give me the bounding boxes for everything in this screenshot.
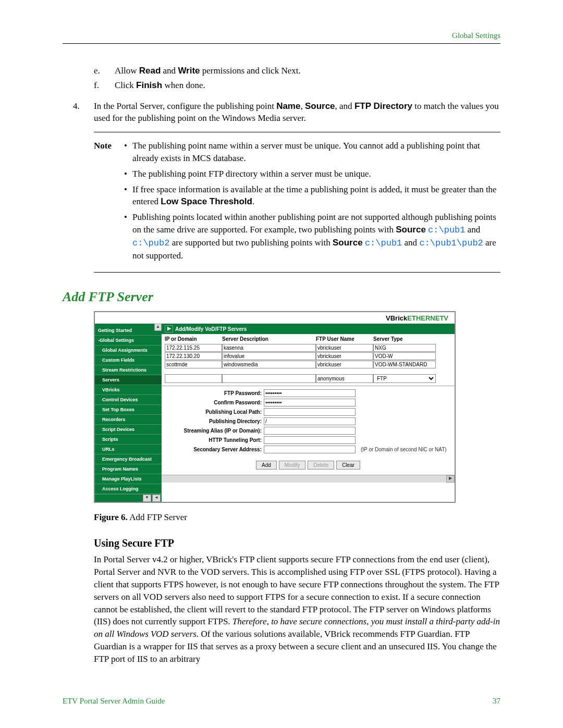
note-item-4: Publishing points located within another… <box>122 211 500 262</box>
panel-title: Add/Modify VoD/FTP Servers <box>175 326 247 332</box>
note-block: Note The publishing point name within a … <box>94 140 500 265</box>
table-headers: IP or Domain Server Description FTP User… <box>162 334 455 344</box>
user-field[interactable] <box>316 344 373 352</box>
sidebar-item-recorders[interactable]: Recorders <box>95 415 162 425</box>
step-f: f. Click Finish when done. <box>94 79 500 92</box>
col-desc: Server Description <box>222 336 316 342</box>
note-label: Note <box>94 140 122 265</box>
publishing-local-path-field[interactable] <box>264 408 356 416</box>
confirm-password-label: Confirm Password: <box>168 400 262 405</box>
footer-page-number: 37 <box>493 697 500 706</box>
page-footer: ETV Portal Server Admin Guide 37 <box>63 697 500 706</box>
col-type: Server Type <box>373 336 436 342</box>
footer-doc-title: ETV Portal Server Admin Guide <box>63 697 165 706</box>
sidebar-item-set-top-boxes[interactable]: Set Top Boxes <box>95 405 162 415</box>
figure-caption: Figure 6. Add FTP Server <box>94 512 500 523</box>
publishing-directory-field[interactable] <box>264 417 356 425</box>
sidebar-item-scripts[interactable]: Scripts <box>95 435 162 445</box>
user-field[interactable] <box>316 352 373 360</box>
sub-step-list: e. Allow Read and Write permissions and … <box>94 65 500 92</box>
type-field[interactable] <box>373 344 436 352</box>
modify-button[interactable]: Modify <box>279 461 305 470</box>
body-paragraph: In Portal Server v4.2 or higher, VBrick'… <box>94 553 500 665</box>
horizontal-scrollbar[interactable]: ▶ <box>162 475 455 483</box>
desc-field[interactable] <box>222 361 316 368</box>
desc-field[interactable] <box>222 344 316 352</box>
sidebar: ▲ Getting Started -Global Settings Globa… <box>95 324 162 502</box>
form-section: FTP Password: Confirm Password: Publishi… <box>162 386 455 455</box>
scroll-right-icon[interactable]: ▶ <box>446 475 455 483</box>
streaming-alias-label: Streaming Alias (IP or Domain): <box>168 428 262 434</box>
arrow-right-icon[interactable]: ▶ <box>165 325 173 332</box>
ip-field[interactable] <box>165 352 222 360</box>
section-heading-add-ftp-server: Add FTP Server <box>63 289 500 305</box>
rule <box>94 272 500 273</box>
sidebar-item-access-logging[interactable]: Access Logging <box>95 484 162 494</box>
subsection-heading-using-secure-ftp: Using Secure FTP <box>94 537 500 549</box>
table-row <box>165 352 451 360</box>
sidebar-item-stream-restrictions[interactable]: Stream Restrictions <box>95 365 162 375</box>
desc-field[interactable] <box>222 352 316 360</box>
publishing-local-path-label: Publishing Local Path: <box>168 409 262 415</box>
col-ip: IP or Domain <box>165 336 222 342</box>
user-field[interactable] <box>316 361 373 368</box>
rule <box>94 132 500 132</box>
scroll-left-icon[interactable]: ◄ <box>152 495 161 502</box>
desc-field[interactable] <box>222 374 316 383</box>
sidebar-item-emergency-broadcast[interactable]: Emergency Broadcast <box>95 454 162 464</box>
table-row <box>165 344 451 352</box>
step-4: 4. In the Portal Server, configure the p… <box>73 100 500 125</box>
secondary-server-label: Secondary Server Address: <box>168 447 262 452</box>
logo: VBrickETHERNETV <box>386 314 448 322</box>
sidebar-item-script-devices[interactable]: Script Devices <box>95 425 162 435</box>
scroll-down-icon[interactable]: ▼ <box>143 495 151 502</box>
sidebar-item-control-devices[interactable]: Control Devices <box>95 395 162 405</box>
type-field[interactable] <box>373 352 436 360</box>
sidebar-item-custom-fields[interactable]: Custom Fields <box>95 355 162 365</box>
server-table: FTP <box>162 344 455 386</box>
sidebar-item-getting-started[interactable]: Getting Started <box>95 326 162 336</box>
confirm-password-field[interactable] <box>264 399 356 406</box>
publishing-directory-label: Publishing Directory: <box>168 418 262 424</box>
user-field[interactable] <box>316 374 373 383</box>
sidebar-item-global-assignments[interactable]: Global Assignments <box>95 346 162 355</box>
rule <box>63 43 500 44</box>
table-row-new: FTP <box>165 374 451 383</box>
clear-button[interactable]: Clear <box>336 461 360 470</box>
secondary-server-field[interactable] <box>264 446 356 453</box>
ftp-password-field[interactable] <box>264 389 356 397</box>
http-tunneling-field[interactable] <box>264 436 356 444</box>
breadcrumb: Global Settings <box>63 31 500 40</box>
streaming-alias-field[interactable] <box>264 427 356 435</box>
note-item-1: The publishing point name within a serve… <box>122 140 500 165</box>
ip-field[interactable] <box>165 344 222 352</box>
sidebar-item-program-names[interactable]: Program Names <box>95 464 162 474</box>
figure-screenshot: VBrickETHERNETV ▲ Getting Started -Globa… <box>94 311 456 503</box>
sidebar-item-manage-playlists[interactable]: Manage PlayLists <box>95 474 162 484</box>
type-field[interactable] <box>373 361 436 368</box>
type-select[interactable]: FTP <box>373 374 436 383</box>
note-item-2: The publishing point FTP directory withi… <box>122 168 500 180</box>
http-tunneling-label: HTTP Tunneling Port: <box>168 437 262 443</box>
add-button[interactable]: Add <box>256 461 277 470</box>
secondary-server-hint: (IP or Domain of second NIC or NAT) <box>361 447 447 452</box>
note-item-3: If free space information is available a… <box>122 183 500 208</box>
main-panel: ▶ Add/Modify VoD/FTP Servers IP or Domai… <box>162 324 455 502</box>
ip-field[interactable] <box>165 361 222 368</box>
sidebar-item-global-settings[interactable]: -Global Settings <box>95 336 162 346</box>
table-row <box>165 361 451 368</box>
scroll-up-icon[interactable]: ▲ <box>154 324 162 331</box>
sidebar-item-vbricks[interactable]: VBricks <box>95 385 162 395</box>
ip-field[interactable] <box>165 374 222 383</box>
step-e: e. Allow Read and Write permissions and … <box>94 65 500 77</box>
col-user: FTP User Name <box>316 336 373 342</box>
ftp-password-label: FTP Password: <box>168 390 262 396</box>
delete-button[interactable]: Delete <box>308 461 334 470</box>
sidebar-item-urls[interactable]: URLs <box>95 445 162 454</box>
sidebar-item-servers[interactable]: Servers <box>95 375 162 385</box>
button-row: Add Modify Delete Clear <box>162 455 455 475</box>
